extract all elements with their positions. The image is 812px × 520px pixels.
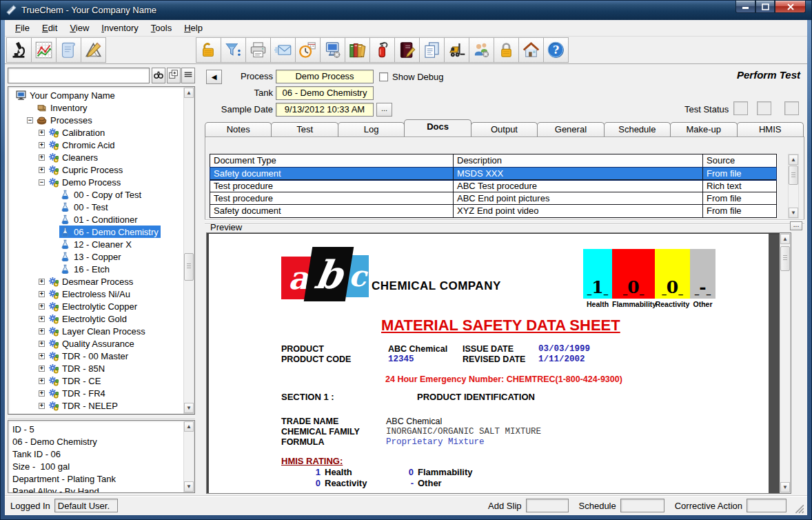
scroll-up-icon[interactable]: ▲ [789,154,798,165]
tree-expander-icon[interactable]: + [39,378,45,384]
left-splitter[interactable] [8,415,195,419]
table-column-header[interactable]: Source [703,154,776,167]
tree-expander-icon[interactable]: + [39,291,45,297]
tree-expander-icon[interactable]: − [39,179,45,186]
tree-item[interactable]: 00 - Copy of Test [10,188,182,201]
scroll-down-icon[interactable]: ▼ [780,482,790,492]
preview-splitter[interactable] [205,220,804,224]
tab-general[interactable]: General [537,122,604,137]
search-input[interactable] [8,68,150,83]
tree-item[interactable]: +Quality Assurance [10,337,182,350]
tree-item[interactable]: 06 - Demo Chemistry [10,226,182,238]
fire-extinguisher-button[interactable] [369,37,395,63]
tree-expander-icon[interactable]: + [39,167,45,173]
tree-item[interactable]: Inventory [10,101,182,114]
table-row[interactable]: Test procedureABC Test procedureRich tex… [210,180,776,192]
tree-expander-icon[interactable]: + [39,154,45,161]
tree-item[interactable]: +TDR - CE [10,374,182,387]
tree-item[interactable]: +TDR - FR4 [10,387,182,399]
tree-item[interactable]: +TDR - NELSI [10,412,182,414]
menu-file[interactable]: File [9,21,36,35]
info-scrollbar[interactable]: ▲ ▼ [183,421,194,492]
tree-expander-icon[interactable]: + [39,390,45,397]
tree-item[interactable]: +Electrolytic Gold [10,312,182,325]
menu-edit[interactable]: Edit [36,21,63,35]
tree-expander-icon[interactable]: + [39,142,45,148]
tree-item[interactable]: −Demo Process [10,176,182,188]
computer-button[interactable] [320,37,345,63]
tab-make-up[interactable]: Make-up [670,122,737,137]
home-button[interactable] [518,37,544,63]
table-row[interactable]: Safety documentXYZ End point videoFrom f… [210,205,776,217]
tree-item[interactable]: 13 - Copper [10,250,182,263]
tree-expander-icon[interactable]: + [39,341,45,347]
tree-expander-icon[interactable]: + [39,316,45,322]
table-scrollbar[interactable]: ▲ ▼ [788,154,799,219]
microscope-button[interactable] [6,37,32,63]
scroll-button[interactable] [56,37,81,63]
tree-expander-icon[interactable]: + [39,130,45,136]
tree-expander-icon[interactable]: + [39,353,45,359]
scroll-down-icon[interactable]: ▼ [789,208,798,218]
tab-schedule[interactable]: Schedule [604,122,671,137]
drafting-button[interactable] [81,37,106,63]
minimize-button[interactable] [735,1,755,13]
tree-item[interactable]: Your Company Name [10,89,182,101]
scrollbar-thumb[interactable] [184,253,194,281]
tree-expander-icon[interactable]: + [39,303,45,310]
sample-date-field[interactable]: 9/13/2012 10:33 AM [276,103,374,117]
table-row[interactable]: Safety documentMSDS XXXFrom file [210,168,776,180]
schedule-button[interactable] [295,37,321,63]
tree-expander-icon[interactable]: + [39,366,45,372]
books-button[interactable] [345,37,370,63]
tab-log[interactable]: Log [338,122,405,137]
scrollbar-thumb[interactable] [789,166,798,185]
menu-view[interactable]: View [63,21,95,35]
table-row[interactable]: Test procedureABC End point picturesFrom… [210,192,776,205]
tree-expander-icon[interactable]: + [39,403,45,409]
tree-item[interactable]: +Chromic Acid [10,139,182,151]
tree-expander-icon[interactable]: + [39,328,45,334]
menu-tools[interactable]: Tools [145,21,178,35]
filter-button[interactable] [221,37,246,63]
tab-test[interactable]: Test [271,122,338,137]
tree-item[interactable]: 12 - Cleaner X [10,238,182,250]
find-button[interactable] [152,68,165,83]
scroll-down-icon[interactable]: ▼ [184,481,194,492]
maximize-button[interactable] [755,1,775,13]
menu-help[interactable]: Help [178,21,209,35]
tank-field[interactable]: 06 - Demo Chemistry [276,86,374,100]
lock-button[interactable] [494,37,519,63]
table-column-header[interactable]: Description [454,154,703,167]
unlock-button[interactable] [196,37,221,63]
printer-button[interactable] [245,37,271,63]
scroll-up-icon[interactable]: ▲ [184,421,194,432]
close-button[interactable] [775,1,806,13]
tree-item[interactable]: +Cleaners [10,151,182,163]
tree-scrollbar[interactable]: ▲ ▼ [183,87,194,414]
scroll-down-icon[interactable]: ▼ [184,403,194,413]
users-button[interactable] [469,37,494,63]
tree-item[interactable]: +Electrolytic Copper [10,300,182,312]
table-column-header[interactable]: Document Type [210,154,454,167]
tree-item[interactable]: +Electroless Ni/Au [10,288,182,300]
expand-all-button[interactable] [167,68,181,83]
chart-button[interactable] [31,37,57,63]
tree-expander-icon[interactable]: + [39,279,45,285]
scrollbar-thumb[interactable] [780,246,790,271]
tab-hmis[interactable]: HMIS [737,122,804,137]
copy-docs-button[interactable] [419,37,445,63]
process-field[interactable]: Demo Process [276,70,374,83]
tree-item[interactable]: +Desmear Process [10,275,182,288]
tree-item[interactable]: 16 - Etch [10,263,182,275]
sample-date-picker-button[interactable]: ... [376,103,392,117]
tree-expander-icon[interactable]: − [27,117,33,123]
tree-item[interactable]: 00 - Test [10,201,182,213]
tab-notes[interactable]: Notes [205,122,272,137]
tree-item[interactable]: +Calibration [10,126,182,139]
help-button[interactable]: ? [543,37,569,63]
tree-item[interactable]: +TDR - 00 Master [10,350,182,362]
preview-options-button[interactable]: ... [790,221,802,230]
preview-scrollbar[interactable]: ▲ ▼ [780,233,791,493]
tab-docs[interactable]: Docs [404,119,471,137]
